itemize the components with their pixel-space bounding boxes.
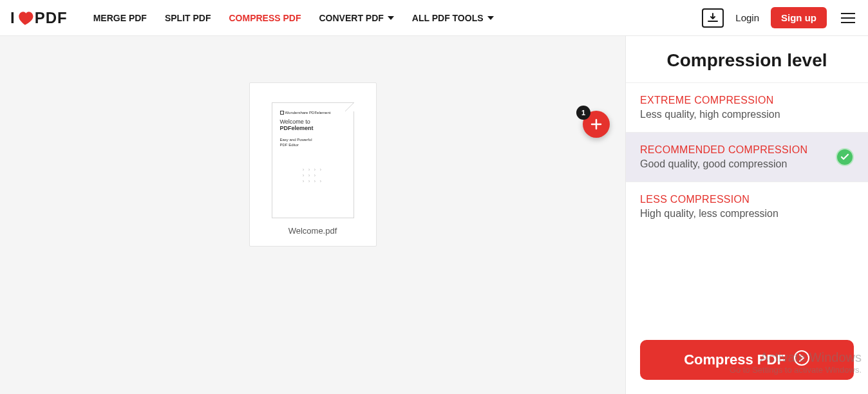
- option-less[interactable]: LESS COMPRESSION High quality, less comp…: [626, 182, 868, 231]
- download-desktop-button[interactable]: [702, 8, 724, 28]
- option-title: RECOMMENDED COMPRESSION: [640, 144, 836, 156]
- file-card[interactable]: Wondershare PDFelement Welcome to PDFele…: [249, 82, 377, 247]
- thumb-subtitle: Easy and Powerful PDF Editor: [280, 138, 346, 148]
- option-title: EXTREME COMPRESSION: [640, 95, 854, 106]
- add-file-button[interactable]: 1: [583, 111, 610, 138]
- nav: MERGE PDF SPLIT PDF COMPRESS PDF CONVERT…: [93, 13, 494, 23]
- nav-compress[interactable]: COMPRESS PDF: [229, 13, 301, 23]
- main: Wondershare PDFelement Welcome to PDFele…: [0, 36, 868, 394]
- sidebar: Compression level EXTREME COMPRESSION Le…: [625, 36, 868, 394]
- svg-point-0: [795, 351, 809, 365]
- arrow-right-circle-icon: [793, 350, 810, 370]
- option-title: LESS COMPRESSION: [640, 194, 854, 205]
- header-right: Login Sign up: [702, 7, 858, 28]
- check-icon: [836, 148, 854, 166]
- logo-text-right: PDF: [35, 9, 68, 27]
- sidebar-title: Compression level: [626, 36, 868, 82]
- file-name: Welcome.pdf: [288, 226, 337, 236]
- thumb-decoration: › › › ›› › ›› › › ›: [303, 167, 323, 184]
- nav-split[interactable]: SPLIT PDF: [165, 13, 211, 23]
- option-subtitle: High quality, less compression: [640, 208, 854, 220]
- logo[interactable]: I PDF: [10, 9, 68, 27]
- login-link[interactable]: Login: [735, 12, 759, 23]
- plus-icon: [590, 118, 603, 131]
- option-recommended[interactable]: RECOMMENDED COMPRESSION Good quality, go…: [626, 132, 868, 182]
- logo-text-left: I: [10, 9, 15, 27]
- nav-convert[interactable]: CONVERT PDF: [319, 13, 393, 23]
- file-thumbnail: Wondershare PDFelement Welcome to PDFele…: [272, 102, 354, 218]
- file-count-badge: 1: [576, 106, 590, 120]
- nav-all-tools[interactable]: ALL PDF TOOLS: [412, 13, 494, 23]
- thumb-title-line1: Welcome to: [280, 118, 346, 125]
- signup-button[interactable]: Sign up: [771, 7, 827, 28]
- compress-button-label: Compress PDF: [684, 352, 786, 368]
- heart-icon: [17, 10, 33, 26]
- option-subtitle: Good quality, good compression: [640, 158, 836, 170]
- caret-down-icon: [388, 13, 394, 23]
- caret-down-icon: [487, 13, 494, 23]
- thumb-title-line2: PDFelement: [280, 125, 346, 131]
- option-extreme[interactable]: EXTREME COMPRESSION Less quality, high c…: [626, 82, 868, 132]
- workspace: Wondershare PDFelement Welcome to PDFele…: [0, 36, 625, 394]
- download-icon: [707, 12, 719, 24]
- nav-merge[interactable]: MERGE PDF: [93, 13, 147, 23]
- header: I PDF MERGE PDF SPLIT PDF COMPRESS PDF C…: [0, 0, 868, 36]
- option-subtitle: Less quality, high compression: [640, 109, 854, 120]
- menu-icon[interactable]: [838, 10, 858, 26]
- thumb-brand: Wondershare PDFelement: [280, 111, 346, 115]
- compress-button[interactable]: Compress PDF: [640, 340, 854, 380]
